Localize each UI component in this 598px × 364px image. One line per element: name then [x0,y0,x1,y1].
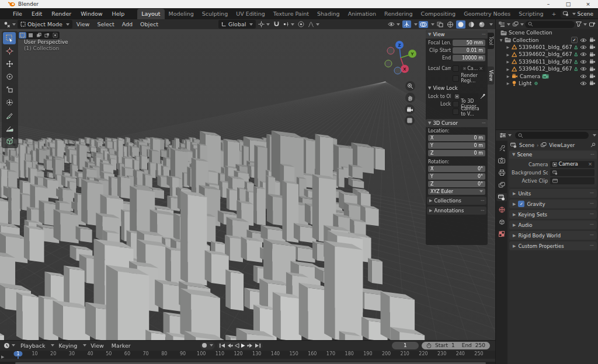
menu-file[interactable]: File [8,9,27,19]
menu-edit[interactable]: Edit [27,9,47,19]
workspace-tab-add[interactable]: + [548,9,561,19]
panel-keying-sets[interactable]: ▶Keying Sets···· [509,210,597,219]
timeline-current-frame-indicator[interactable]: 1 [13,351,22,356]
timeline-menu-view[interactable]: View [87,342,107,349]
workspace-tab-shading[interactable]: Shading [313,9,344,19]
gizmo-minus-x-axis[interactable] [387,47,394,54]
viewport-menu-add[interactable]: Add [119,21,136,27]
tab-view-layer[interactable] [496,181,507,189]
annotations-panel-header[interactable]: ▶Annotations···· [427,206,486,215]
timeline-menu-marker[interactable]: Marker [108,342,134,349]
panel-drag-dots[interactable]: ···· [590,243,593,249]
workspace-tab-scripting[interactable]: Scripting [514,9,547,19]
pin-icon[interactable] [590,142,596,148]
panel-drag-dots[interactable]: ···· [481,208,484,214]
outliner-search-input[interactable] [525,21,575,28]
scene-selector[interactable]: Scene × [561,10,598,18]
tab-texture[interactable] [496,230,507,238]
chevron-down-icon[interactable] [593,134,596,136]
cursor-rotation-y-field[interactable]: Y0° [428,173,485,180]
tab-scene[interactable] [496,193,507,201]
timeline-menu-playback[interactable]: Playback [17,342,48,349]
tab-output[interactable] [496,169,507,177]
auto-keying-button[interactable] [200,342,215,349]
snap-settings-dropdown[interactable] [282,22,295,27]
select-mode-intersect[interactable] [51,32,59,38]
gravity-checkbox[interactable]: ✓ [518,201,524,207]
jump-to-end-button[interactable] [255,343,261,348]
proportional-falloff-dropdown[interactable] [307,22,321,27]
hide-eye-icon[interactable] [580,74,587,79]
navigation-gizmo[interactable]: Z Y X [383,38,419,77]
menu-help[interactable]: Help [107,9,130,19]
expand-icon[interactable]: ▶ [506,52,510,57]
start-value[interactable]: 1 [451,342,455,348]
panel-drag-dots[interactable]: ···· [481,198,484,204]
expand-icon[interactable]: ▶ [506,81,510,85]
snap-toggle[interactable] [272,20,281,28]
view-lock-header[interactable]: ▼View Lock [426,84,488,92]
focal-length-field[interactable]: 50 mm [453,40,485,46]
hide-eye-icon[interactable] [580,81,587,86]
scene-panel-header[interactable]: ▼Scene···· [509,150,597,159]
camera-to-view-checkbox[interactable] [453,108,459,115]
render-visibility-icon[interactable] [589,74,596,79]
chevron-down-icon[interactable] [414,23,418,26]
lock-3d-cursor-checkbox[interactable] [453,101,459,107]
viewport-menu-view[interactable]: View [73,21,93,27]
outliner-row-collection[interactable]: ▼ Collection ✓ [496,36,598,43]
overlays-toggle[interactable] [419,21,428,28]
active-clip-field[interactable] [550,177,594,184]
camera-view-button[interactable] [405,104,415,114]
rotation-order-dropdown[interactable]: XYZ Euler [428,188,485,195]
collections-panel-header[interactable]: ▶Collections···· [427,197,486,205]
tool-rotate[interactable] [3,71,16,83]
workspace-tab-geometry-nodes[interactable]: Geometry Nodes [460,9,514,19]
transform-orientation-dropdown[interactable]: Global [218,20,256,29]
cursor-location-z-field[interactable]: Z0 m [428,150,485,156]
sidebar-tab-view[interactable]: View [488,66,494,85]
hide-eye-icon[interactable] [580,45,587,50]
expand-icon[interactable]: ▶ [506,74,510,78]
mode-dropdown[interactable]: Object Mode [18,20,72,29]
outliner-row-camera[interactable]: ▶ Camera [496,72,598,79]
properties-editor-type-button[interactable] [498,132,513,138]
timeline-ruler[interactable]: 1102030405060708090100110120130140150160… [0,351,495,359]
current-frame-field[interactable]: 1 [392,342,419,349]
show-object-types-dropdown[interactable] [387,22,401,27]
tool-annotate[interactable] [3,109,16,121]
close-button[interactable]: × [578,0,598,8]
select-mode-extend[interactable] [35,32,43,38]
workspace-tab-animation[interactable]: Animation [344,9,380,19]
panel-drag-dots[interactable]: ···· [590,152,594,158]
view-panel-header[interactable]: ▼View···· [426,30,488,38]
3d-viewport[interactable] [0,29,495,340]
next-keyframe-button[interactable] [247,343,253,348]
collection-checkbox[interactable]: ✓ [571,37,578,43]
proportional-edit-toggle[interactable] [297,21,305,27]
select-mode-new[interactable] [27,32,34,38]
chevron-down-icon[interactable] [431,23,434,26]
render-region-checkbox[interactable] [453,75,459,82]
tool-transform[interactable] [3,96,16,108]
panel-drag-dots[interactable]: ···· [590,191,593,196]
menu-window[interactable]: Window [76,9,107,19]
outliner-row-object[interactable]: ▶ 53394611_bldg_6677 [496,58,598,65]
render-visibility-icon[interactable] [589,37,596,43]
outliner-filter-dropdown[interactable] [575,22,588,27]
gizmo-minus-z-axis[interactable] [394,67,401,74]
panel-audio[interactable]: ▶Audio···· [509,220,597,229]
workspace-tab-modeling[interactable]: Modeling [165,9,198,19]
clip-start-field[interactable]: 0.01 m [453,47,485,54]
tab-world[interactable] [496,205,507,214]
editor-type-button[interactable] [2,21,17,27]
clip-end-field[interactable]: 10000 m [453,55,485,61]
tool-measure[interactable] [3,122,16,134]
select-mode-subtract[interactable] [43,32,51,38]
minimize-button[interactable]: – [538,0,558,8]
background-scene-field[interactable] [550,169,594,176]
maximize-button[interactable]: □ [558,0,578,8]
outliner-row-object[interactable]: ▶ 53394601_bldg_6677 [496,44,598,51]
viewport-menu-object[interactable]: Object [137,21,162,27]
outliner-row-object[interactable]: ▶ 53394612_bldg_6677 [496,65,598,72]
